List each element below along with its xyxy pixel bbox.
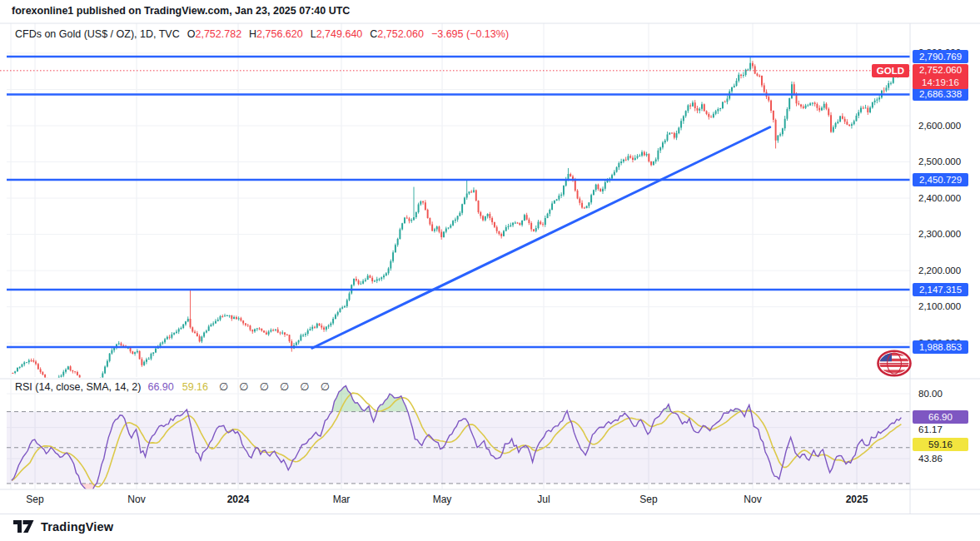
price-level-badge: 2,147.315 — [913, 283, 968, 296]
rsi-value: 66.90 — [147, 381, 173, 393]
price-axis-label: 2,300.000 — [918, 229, 961, 240]
time-axis-label: Nov — [127, 494, 145, 505]
rsi-value-badge: 66.90 — [913, 410, 968, 424]
price-level-badge: 2,450.729 — [913, 173, 968, 186]
tradingview-logo-icon — [13, 519, 34, 534]
price-axis-label: 2,400.000 — [918, 193, 961, 204]
tradingview-footer-link[interactable]: TradingView — [13, 519, 113, 534]
rsi-empty-slot: ∅ — [280, 380, 289, 393]
change-value: −3.695 (−0.13%) — [431, 28, 509, 40]
time-axis-label: Sep — [639, 494, 657, 505]
time-axis-label: Mar — [333, 494, 351, 505]
chart-canvas[interactable] — [0, 0, 980, 541]
bar-countdown: 14:19:16 — [913, 77, 968, 89]
price-level-badge: 1,988.853 — [913, 340, 968, 354]
symbol-legend[interactable]: CFDs on Gold (US$ / OZ), 1D, TVCO2,752.7… — [15, 28, 509, 40]
time-axis-label: Sep — [26, 494, 43, 505]
price-level-badge: 2,790.769 — [913, 50, 968, 63]
ohlc-pair: C2,752.060 — [370, 28, 424, 40]
rsi-axis-label: 80.00 — [918, 389, 943, 400]
rsi-pane — [7, 386, 910, 495]
rsi-axis-label: 43.86 — [918, 454, 943, 464]
price-axis-label: 2,500.000 — [918, 156, 961, 167]
rsi-empty-slot: ∅ — [300, 380, 309, 393]
tradingview-brand-text: TradingView — [41, 520, 113, 534]
rsi-empty-slot: ∅ — [219, 380, 228, 393]
price-level-badge: 2,686.338 — [913, 87, 968, 101]
price-axis-label: 2,100.000 — [918, 301, 961, 312]
ohlc-pair: H2,756.620 — [249, 28, 303, 40]
time-axis-label: Nov — [744, 494, 761, 505]
rsi-sma-value: 59.16 — [182, 381, 208, 393]
price-axis-label: 2,200.000 — [918, 266, 961, 276]
rsi-empty-slot: ∅ — [260, 380, 269, 393]
rsi-value-badge: 59.16 — [913, 438, 968, 451]
symbol-title: CFDs on Gold (US$ / OZ), 1D, TVC — [15, 28, 180, 40]
rsi-label: RSI (14, close, SMA, 14, 2) — [15, 381, 141, 393]
ohlc-pair: O2,752.782 — [187, 28, 241, 40]
time-axis-label: May — [433, 494, 452, 505]
current-price-value: 2,752.060 — [913, 64, 968, 77]
rsi-axis-label: 61.17 — [918, 424, 943, 435]
symbol-flag-badge: GOLD — [872, 64, 909, 77]
ohlc-values: O2,752.782H2,756.620L2,749.640C2,752.060 — [180, 28, 424, 40]
economies-logo-icon — [876, 350, 913, 377]
time-axis-label: 2024 — [227, 494, 250, 505]
ohlc-pair: L2,749.640 — [311, 28, 363, 40]
time-axis-label: Jul — [537, 494, 550, 505]
rsi-empty-slot: ∅ — [239, 380, 248, 393]
price-axis-label: 2,600.000 — [918, 121, 961, 132]
current-price-badge: 2,752.060 14:19:16 — [913, 64, 968, 89]
rsi-empty-values: ∅∅∅∅∅∅ — [208, 381, 330, 393]
rsi-empty-slot: ∅ — [321, 380, 330, 393]
time-axis-label: 2025 — [846, 494, 868, 505]
rsi-legend[interactable]: RSI (14, close, SMA, 14, 2)66.9059.16∅∅∅… — [15, 380, 330, 393]
trendline — [312, 127, 770, 348]
